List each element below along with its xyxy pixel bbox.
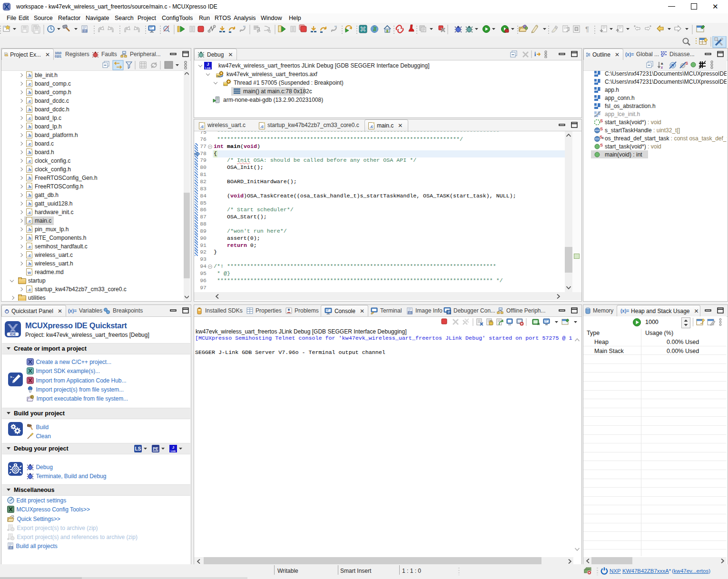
svg-text:z: z	[661, 65, 663, 69]
svg-text:IDE: IDE	[10, 332, 16, 336]
svg-text:Link: Link	[171, 450, 176, 452]
svg-text:PE: PE	[153, 446, 158, 451]
svg-text:010: 010	[9, 547, 13, 550]
svg-text:>-: >-	[10, 375, 15, 379]
svg-text:1010: 1010	[55, 51, 61, 55]
svg-text:c: c	[602, 136, 604, 140]
svg-text:S: S	[685, 61, 688, 66]
svg-text:LS: LS	[135, 446, 141, 451]
svg-text:J: J	[207, 62, 209, 67]
svg-text:S: S	[600, 127, 603, 131]
svg-text:S: S	[600, 119, 603, 123]
svg-text:i: i	[534, 51, 536, 58]
svg-text:¶: ¶	[585, 25, 589, 33]
svg-text:Link: Link	[205, 67, 211, 69]
svg-text:S: S	[600, 143, 603, 147]
svg-text:010: 010	[408, 311, 413, 314]
svg-text:0101: 0101	[55, 55, 61, 58]
svg-text:C: C	[31, 395, 33, 399]
